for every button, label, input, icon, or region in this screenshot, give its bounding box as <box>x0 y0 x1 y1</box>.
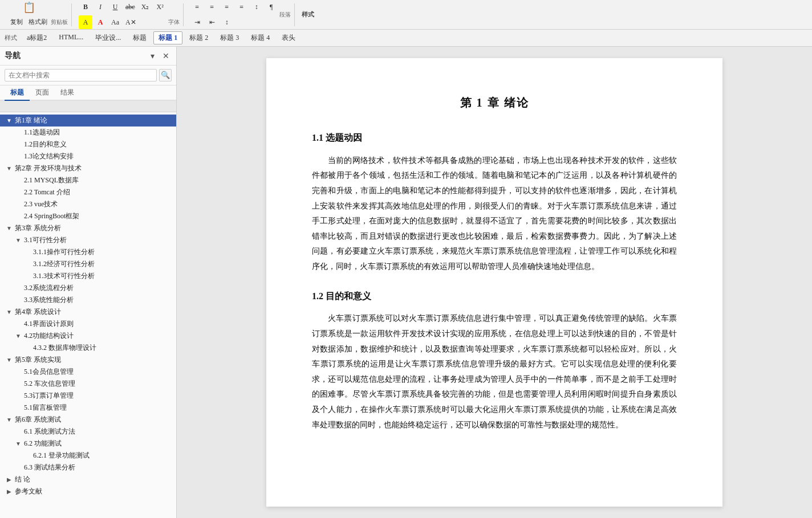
align-right-button[interactable]: ≡ <box>220 0 234 14</box>
tree-item[interactable]: ▼第1章 绪论 <box>0 115 176 127</box>
tree-item[interactable]: ▼第3章 系统分析 <box>0 222 176 234</box>
subscript-button[interactable]: X₂ <box>139 0 152 14</box>
styles-group: 样式 <box>298 3 807 26</box>
tree-item[interactable]: ▼第5章 系统实现 <box>0 354 176 366</box>
underline-button[interactable]: U <box>108 0 122 14</box>
tree-item[interactable]: ▼4.2功能结构设计 <box>0 330 176 342</box>
tree-item-label: 第4章 系统设计 <box>14 307 176 317</box>
nav-tab[interactable]: 页面 <box>30 85 55 101</box>
paste-button[interactable]: 📋 <box>21 1 38 14</box>
style-tab[interactable]: a标题2 <box>22 31 52 44</box>
tree-item-label: 1.2目的和意义 <box>23 140 176 149</box>
search-input[interactable] <box>5 69 157 81</box>
tree-item[interactable]: 5.1留言板管理 <box>0 402 176 414</box>
nav-header: 导航 ▾ ✕ <box>0 47 176 66</box>
tree-toggle-icon: ▼ <box>5 116 14 125</box>
show-marks-button[interactable]: ¶ <box>265 0 278 14</box>
clipboard-label: 剪贴板 <box>51 18 68 26</box>
tree-item[interactable]: 1.1选题动因 <box>0 127 176 138</box>
tree-item[interactable]: 1.3论文结构安排 <box>0 150 176 162</box>
strikethrough-button[interactable]: abc <box>123 0 137 14</box>
bold-button[interactable]: B <box>79 0 92 14</box>
change-case-button[interactable]: Aa <box>108 15 122 29</box>
tree-item-label: 2.4 SpringBoot框架 <box>23 211 176 221</box>
tree-item-label: 第5章 系统实现 <box>14 355 176 365</box>
outdent-button[interactable]: ⇤ <box>205 15 219 29</box>
tree-toggle-icon: ▼ <box>5 356 14 365</box>
style-tab[interactable]: 标题 <box>128 31 152 44</box>
tree-toggle-icon <box>14 368 23 377</box>
tree-toggle-icon: ▼ <box>5 164 14 173</box>
tree-item[interactable]: ▼第4章 系统设计 <box>0 306 176 318</box>
tree-item[interactable]: 6.1 系统测试方法 <box>0 426 176 438</box>
justify-button[interactable]: ≡ <box>235 0 249 14</box>
clear-format-button[interactable]: A✕ <box>123 15 139 29</box>
tree-item[interactable]: ▶参考文献 <box>0 486 176 497</box>
tree-item[interactable]: 2.3 vue技术 <box>0 198 176 210</box>
tree-toggle-icon <box>23 272 32 281</box>
format-brush-button[interactable]: 格式刷 <box>26 15 50 29</box>
align-left-button[interactable]: ≡ <box>190 0 204 14</box>
style-tab[interactable]: 标题 4 <box>246 31 275 44</box>
navigation-panel: 导航 ▾ ✕ 🔍 标题页面结果 ▼第1章 绪论1.1选题动因1.2目的和意义1.… <box>0 47 177 518</box>
tree-item[interactable]: ▼6.2 功能测试 <box>0 438 176 450</box>
tree-item[interactable]: 3.3系统性能分析 <box>0 294 176 306</box>
tree-toggle-icon: ▼ <box>5 224 14 233</box>
tree-item[interactable]: 5.3订票订单管理 <box>0 390 176 402</box>
copy-button[interactable]: 复制 <box>8 15 25 29</box>
style-tab[interactable]: HTML... <box>54 31 88 44</box>
tree-item[interactable]: 5.2 车次信息管理 <box>0 378 176 390</box>
tree-item[interactable]: 2.1 MYSQL数据库 <box>0 174 176 186</box>
tree-item-label: 3.1可行性分析 <box>23 235 176 245</box>
style-tab[interactable]: 标题 1 <box>153 31 182 44</box>
tree-item[interactable]: 3.1.3技术可行性分析 <box>0 270 176 282</box>
search-button[interactable]: 🔍 <box>159 69 172 81</box>
line-spacing-button[interactable]: ↕ <box>250 0 263 14</box>
nav-tab[interactable]: 结果 <box>55 85 80 101</box>
tree-item[interactable]: 6.3 测试结果分析 <box>0 462 176 474</box>
tree-item[interactable]: 3.1.1操作可行性分析 <box>0 246 176 258</box>
tree-item[interactable]: 2.4 SpringBoot框架 <box>0 210 176 222</box>
tree-item[interactable]: ▶结 论 <box>0 474 176 486</box>
style-tab[interactable]: 标题 3 <box>215 31 244 44</box>
document: 第 1 章 绪论 1.1 选题动因当前的网络技术，软件技术等都具备成熟的理论基础… <box>266 58 722 507</box>
doc-sections: 1.1 选题动因当前的网络技术，软件技术等都具备成熟的理论基础，市场上也出现各种… <box>312 130 677 433</box>
tree-item[interactable]: 4.3.2 数据库物理设计 <box>0 342 176 354</box>
tree-item-label: 6.3 测试结果分析 <box>23 463 176 472</box>
italic-button[interactable]: I <box>94 0 107 14</box>
tree-item[interactable]: 3.2系统流程分析 <box>0 282 176 294</box>
sort-button[interactable]: ↕ <box>220 15 234 29</box>
nav-tab[interactable]: 标题 <box>5 85 30 101</box>
tree-toggle-icon <box>14 403 23 413</box>
font-color-button[interactable]: A <box>94 15 107 29</box>
tree-item[interactable]: ▼3.1可行性分析 <box>0 234 176 246</box>
superscript-button[interactable]: X² <box>153 0 167 14</box>
chapter-title: 第 1 章 绪论 <box>312 92 677 113</box>
tree-item[interactable]: 3.1.2经济可行性分析 <box>0 258 176 270</box>
tree-item[interactable]: 6.2.1 登录功能测试 <box>0 450 176 462</box>
tree-toggle-icon <box>23 248 32 257</box>
nav-close-button[interactable]: ✕ <box>160 50 172 62</box>
tree-item-label: 4.2功能结构设计 <box>23 331 176 341</box>
style-tab[interactable]: 标题 2 <box>184 31 213 44</box>
tree-item[interactable]: 2.2 Tomcat 介绍 <box>0 186 176 198</box>
indent-button[interactable]: ⇥ <box>190 15 204 29</box>
align-center-button[interactable]: ≡ <box>205 0 219 14</box>
tree-item[interactable]: 4.1界面设计原则 <box>0 318 176 330</box>
tree-item-label: 第3章 系统分析 <box>14 223 176 233</box>
tree-toggle-icon: ▶ <box>5 487 14 496</box>
tree-item[interactable]: 1.2目的和意义 <box>0 138 176 150</box>
tree-toggle-icon <box>14 296 23 305</box>
tree-item[interactable]: 5.1会员信息管理 <box>0 366 176 378</box>
highlight-button[interactable]: A <box>79 15 92 29</box>
tree-item-label: 1.1选题动因 <box>23 128 176 137</box>
tree-item[interactable]: ▼第2章 开发环境与技术 <box>0 162 176 174</box>
nav-minimize-button[interactable]: ▾ <box>147 50 158 62</box>
tree-item[interactable]: ▼第6章 系统测试 <box>0 414 176 426</box>
style-tab[interactable]: 毕业设... <box>90 31 126 44</box>
tree-toggle-icon <box>14 427 23 437</box>
tree-toggle-icon <box>14 212 23 221</box>
tree-toggle-icon <box>14 200 23 209</box>
style-ribbon-label: 样式 <box>5 34 17 42</box>
style-tab[interactable]: 表头 <box>277 31 301 44</box>
